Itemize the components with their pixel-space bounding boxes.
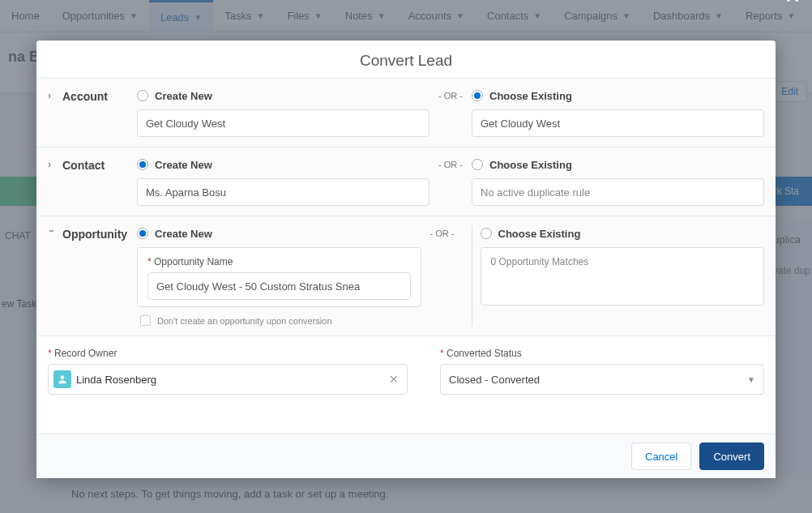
opportunity-matches-box: 0 Opportunity Matches — [481, 247, 765, 306]
contact-choose-input[interactable] — [472, 178, 764, 206]
section-opportunity: › Opportunity Create New * Opportunity N… — [36, 216, 776, 336]
radio-icon — [472, 159, 483, 170]
converted-status-select[interactable]: Closed - Converted ▼ — [440, 364, 764, 395]
section-contact: › Contact Create New - OR - Choose Exist… — [36, 147, 776, 216]
account-choose-input[interactable] — [472, 109, 764, 137]
or-separator: - OR - — [430, 87, 472, 100]
modal-footer: Cancel Convert — [36, 434, 776, 478]
clear-icon[interactable]: ✕ — [386, 373, 402, 386]
chevron-down-icon: › — [46, 229, 58, 237]
section-account-toggle[interactable]: › Account — [48, 87, 137, 137]
skip-opportunity-checkbox[interactable]: Don't create an opportunity upon convers… — [137, 315, 421, 326]
account-create-input[interactable] — [137, 109, 430, 137]
record-owner-label: * Record Owner — [48, 348, 408, 359]
or-separator: - OR - — [421, 224, 464, 238]
opportunity-create-box: * Opportunity Name — [137, 247, 421, 307]
opportunity-name-input[interactable] — [147, 272, 411, 300]
chevron-right-icon: › — [48, 159, 56, 170]
section-account: › Account Create New - OR - Choose Exist… — [36, 78, 776, 147]
chevron-right-icon: › — [48, 90, 56, 101]
convert-button[interactable]: Convert — [699, 442, 764, 470]
opportunity-create-radio[interactable]: Create New — [137, 224, 421, 242]
contact-create-radio[interactable]: Create New — [137, 156, 430, 173]
radio-icon — [137, 228, 148, 239]
convert-lead-modal: Convert Lead › Account Create New - OR -… — [36, 41, 776, 478]
section-opportunity-toggle[interactable]: › Opportunity — [48, 224, 137, 326]
contact-create-input[interactable] — [137, 178, 430, 206]
opportunity-name-label: * Opportunity Name — [147, 256, 411, 267]
account-create-radio[interactable]: Create New — [137, 87, 430, 105]
svg-point-0 — [61, 375, 65, 379]
close-icon[interactable]: ✕ — [784, 0, 801, 8]
radio-icon — [137, 90, 148, 101]
checkbox-icon — [140, 315, 151, 326]
modal-title: Convert Lead — [36, 41, 776, 78]
radio-icon — [481, 228, 492, 239]
record-owner-value: Linda Rosenberg — [76, 374, 156, 386]
radio-icon — [137, 159, 148, 170]
radio-icon — [472, 90, 483, 101]
converted-status-value: Closed - Converted — [449, 374, 540, 386]
or-separator: - OR - — [430, 156, 472, 169]
modal-bottom-fields: * Record Owner Linda Rosenberg ✕ * Conve… — [36, 336, 776, 403]
chevron-down-icon: ▼ — [747, 375, 755, 384]
contact-choose-radio[interactable]: Choose Existing — [472, 156, 764, 173]
record-owner-lookup[interactable]: Linda Rosenberg ✕ — [48, 364, 408, 395]
account-choose-radio[interactable]: Choose Existing — [472, 87, 764, 105]
converted-status-label: * Converted Status — [440, 348, 764, 359]
cancel-button[interactable]: Cancel — [631, 442, 691, 470]
section-contact-toggle[interactable]: › Contact — [48, 156, 137, 206]
person-icon — [53, 370, 71, 388]
vertical-divider — [472, 226, 472, 326]
opportunity-choose-radio[interactable]: Choose Existing — [481, 224, 765, 242]
